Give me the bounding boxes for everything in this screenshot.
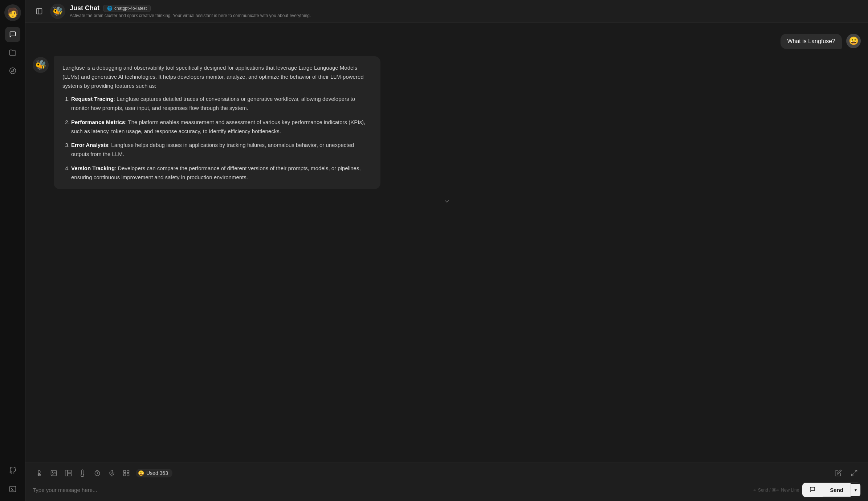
temperature-button[interactable] [76,467,89,480]
toolbar-right-actions [832,467,861,480]
sidebar-item-files[interactable] [5,45,20,60]
sidebar-item-explore[interactable] [5,63,20,78]
feature-detail-3: : Langfuse helps debug issues in applica… [71,142,354,157]
main-panel: 🐝 Just Chat 🌐 chatgpt-4o-latest Activate… [25,0,868,501]
list-item: Request Tracing: Langfuse captures detai… [71,95,372,113]
list-item: Version Tracking: Developers can compare… [71,164,372,182]
svg-rect-17 [124,471,126,473]
image-button[interactable] [47,467,60,480]
list-item: Performance Metrics: The platform enable… [71,118,372,136]
bottom-toolbar-area: 😀 Used 363 [25,463,868,501]
toolbar-row: 😀 Used 363 [33,467,861,480]
send-message-icon-btn[interactable] [802,483,823,497]
chat-title: Just Chat [70,4,99,12]
assistant-message-avatar: 🐝 [33,57,49,73]
svg-rect-10 [65,470,68,476]
assistant-intro: Langfuse is a debugging and observabilit… [62,63,372,90]
docs-button[interactable] [62,467,75,480]
user-message-text: What is Langfuse? [787,38,835,44]
user-message-bubble: What is Langfuse? [781,34,842,49]
model-chip-avatar: 😀 [138,470,144,476]
model-badge[interactable]: 🌐 chatgpt-4o-latest [103,5,151,12]
send-button[interactable]: Send [823,483,851,497]
assistant-header-avatar: 🐝 [50,4,65,19]
sidebar: 🧑 [0,0,25,501]
svg-rect-20 [124,474,126,476]
feature-detail-4: : Developers can compare the performance… [71,165,361,180]
user-avatar[interactable]: 🧑 [4,4,21,21]
message-input[interactable] [33,487,749,493]
svg-rect-12 [68,473,71,476]
svg-line-21 [855,471,857,473]
model-usage-chip[interactable]: 😀 Used 363 [136,469,172,477]
feature-term-3: Error Analysis [71,142,108,148]
scroll-indicator[interactable] [33,196,861,206]
svg-line-22 [852,474,854,476]
model-name: chatgpt-4o-latest [114,6,147,11]
svg-rect-18 [127,471,129,473]
user-message: What is Langfuse? 😀 [33,34,861,49]
svg-rect-19 [127,474,129,476]
edit-button[interactable] [832,467,845,480]
feature-term-2: Performance Metrics [71,119,125,125]
svg-rect-4 [37,9,42,14]
feature-term-1: Request Tracing [71,96,114,102]
sidebar-item-chat[interactable] [5,27,20,42]
sidebar-item-github[interactable] [5,463,20,479]
feature-detail-1: : Langfuse captures detailed traces of c… [71,96,355,111]
assistant-message: 🐝 Langfuse is a debugging and observabil… [33,56,861,189]
header-title-row: Just Chat 🌐 chatgpt-4o-latest [70,4,311,12]
assistant-features-list: Request Tracing: Langfuse captures detai… [62,95,372,182]
shortcut-hint: ↵ Send / ⌘↵ New Line [753,488,799,493]
chat-header: 🐝 Just Chat 🌐 chatgpt-4o-latest Activate… [25,0,868,23]
brain-button[interactable] [33,467,46,480]
timer-button[interactable] [91,467,104,480]
microphone-button[interactable] [105,467,118,480]
chat-messages: What is Langfuse? 😀 🐝 Langfuse is a debu… [25,23,868,463]
svg-rect-14 [111,470,113,473]
input-row: ↵ Send / ⌘↵ New Line Send ▾ [33,482,861,497]
sidebar-toggle-button[interactable] [33,5,46,18]
send-dropdown-button[interactable]: ▾ [851,484,860,496]
chat-subtitle: Activate the brain cluster and spark cre… [70,13,311,18]
svg-rect-11 [68,470,71,473]
header-info: Just Chat 🌐 chatgpt-4o-latest Activate t… [70,4,311,18]
send-button-wrapper: Send ▾ [802,482,861,497]
svg-marker-1 [11,69,14,72]
user-message-avatar: 😀 [846,34,861,48]
grid-button[interactable] [120,467,133,480]
svg-point-0 [9,68,16,74]
sidebar-item-terminal[interactable] [5,481,20,497]
svg-point-9 [52,472,53,473]
expand-button[interactable] [848,467,861,480]
model-icon: 🌐 [107,6,113,11]
used-label: Used 363 [146,470,168,476]
list-item: Error Analysis: Langfuse helps debug iss… [71,141,372,159]
feature-term-4: Version Tracking [71,165,115,171]
input-actions: ↵ Send / ⌘↵ New Line Send ▾ [753,482,861,497]
assistant-message-content: Langfuse is a debugging and observabilit… [54,56,380,189]
